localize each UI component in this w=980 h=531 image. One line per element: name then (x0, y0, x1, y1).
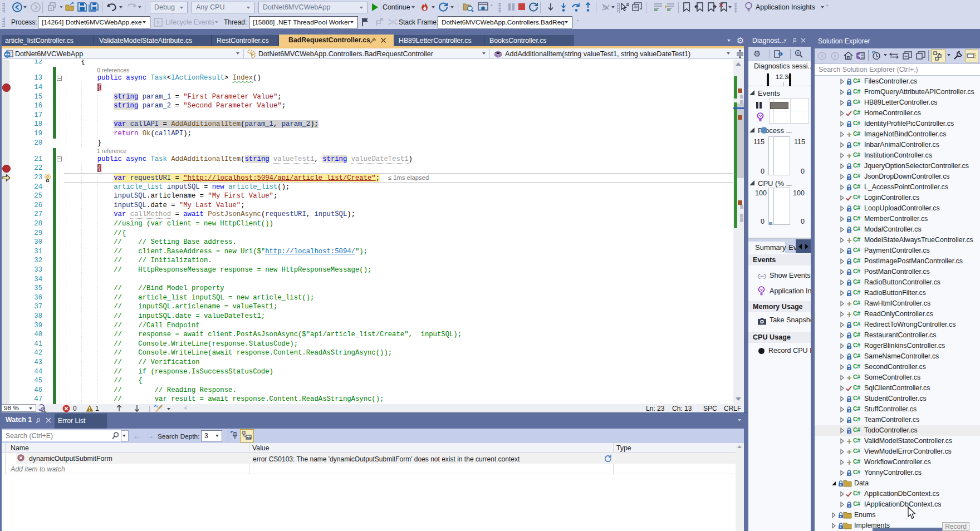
svg-text:ab: ab (247, 436, 251, 440)
